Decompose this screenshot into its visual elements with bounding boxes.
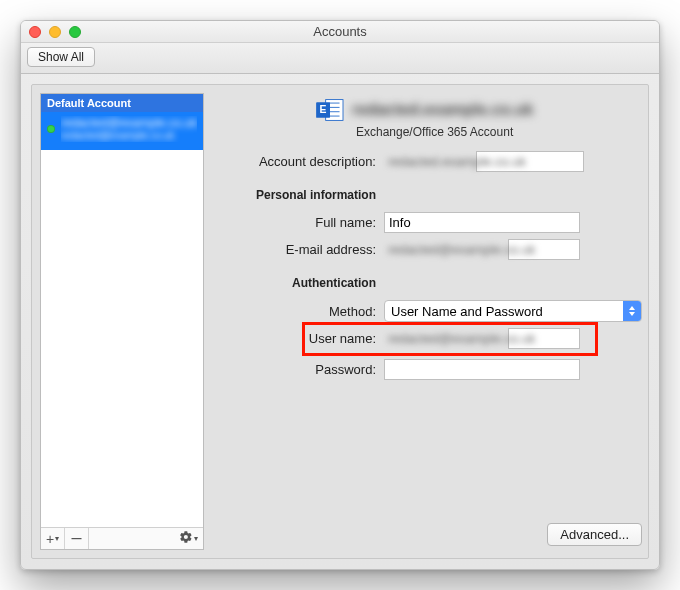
full-name-input[interactable] <box>384 212 580 233</box>
advanced-button[interactable]: Advanced... <box>547 523 642 546</box>
label-full-name: Full name: <box>216 215 384 230</box>
label-email: E-mail address: <box>216 242 384 257</box>
label-password: Password: <box>216 362 384 377</box>
accounts-list: Default Account redacted@example.co.uk r… <box>41 94 203 527</box>
label-username: User name: <box>216 331 384 346</box>
chevron-down-icon: ▾ <box>194 534 198 543</box>
window-title: Accounts <box>21 24 659 39</box>
account-list-item[interactable]: redacted@example.co.uk redacted@example.… <box>41 112 203 150</box>
username-value: redacted@example.co.uk <box>384 328 504 349</box>
remove-account-button[interactable]: – <box>65 528 89 549</box>
body-panel: Default Account redacted@example.co.uk r… <box>31 84 649 559</box>
email-value: redacted@example.co.uk <box>384 239 504 260</box>
method-select-wrap: User Name and Password <box>384 300 642 322</box>
sidebar-section-heading: Default Account <box>41 94 203 112</box>
account-item-title: redacted@example.co.uk <box>61 116 197 130</box>
label-method: Method: <box>216 304 384 319</box>
exchange-icon: E <box>316 97 344 123</box>
section-heading-personal: Personal information <box>216 188 384 202</box>
account-title: redacted.example.co.uk <box>352 101 533 119</box>
chevron-down-icon: ▾ <box>55 534 59 543</box>
show-all-button[interactable]: Show All <box>27 47 95 67</box>
sidebar-footer: +▾ – ▾ <box>41 527 203 549</box>
account-item-subtitle: redacted@example.co.uk <box>61 130 197 142</box>
account-description-value: redacted.example.co.uk <box>384 151 472 172</box>
password-input[interactable] <box>384 359 580 380</box>
gear-icon <box>179 530 193 547</box>
titlebar: Accounts <box>21 21 659 43</box>
label-account-description: Account description: <box>216 154 384 169</box>
account-subtitle: Exchange/Office 365 Account <box>356 125 642 139</box>
toolbar: Show All <box>21 43 659 74</box>
settings-menu-button[interactable]: ▾ <box>173 528 203 549</box>
status-indicator-icon <box>47 125 55 133</box>
plus-icon: + <box>46 531 54 547</box>
account-header: E redacted.example.co.uk <box>316 97 642 123</box>
section-heading-auth: Authentication <box>216 276 384 290</box>
account-detail-pane: E redacted.example.co.uk Exchange/Office… <box>212 85 656 558</box>
svg-text:E: E <box>320 104 327 115</box>
auth-method-select[interactable]: User Name and Password <box>384 300 642 322</box>
accounts-sidebar: Default Account redacted@example.co.uk r… <box>40 93 204 550</box>
accounts-window: Accounts Show All Default Account redact… <box>20 20 660 570</box>
add-account-button[interactable]: +▾ <box>41 528 65 549</box>
